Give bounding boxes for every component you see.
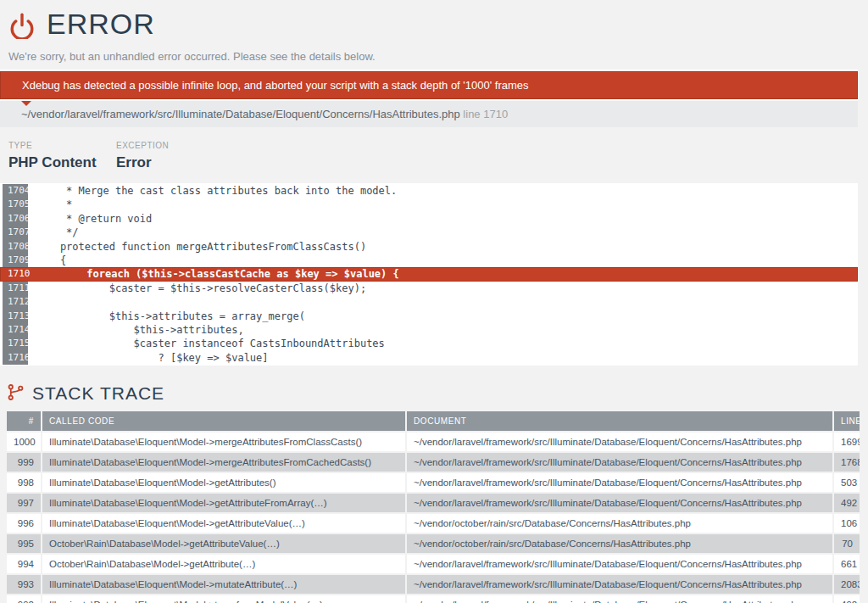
- frame-number: 998: [7, 473, 41, 492]
- document-cell: ~/vendor/laravel/framework/src/Illuminat…: [407, 473, 832, 492]
- code-line: 1709 {: [0, 254, 858, 267]
- line-number: 1710: [3, 267, 31, 281]
- page-title: ERROR: [47, 8, 155, 41]
- code-line: 1713 $this->attributes = array_merge(: [0, 310, 858, 323]
- document-cell: ~/vendor/laravel/framework/src/Illuminat…: [407, 433, 832, 451]
- document-cell: ~/vendor/october/rain/src/Database/Conce…: [407, 534, 832, 553]
- stack-row: 994October\Rain\Database\Model->getAttri…: [7, 555, 860, 573]
- stack-row: 993Illuminate\Database\Eloquent\Model->m…: [7, 575, 860, 594]
- line-number-cell: 1768: [834, 453, 860, 472]
- frame-number: 993: [7, 575, 41, 594]
- code-text: $caster instanceof CastsInboundAttribute…: [28, 337, 385, 350]
- file-path: ~/vendor/laravel/framework/src/Illuminat…: [21, 108, 460, 120]
- code-text: {: [28, 254, 66, 267]
- code-text: $this->attributes,: [28, 323, 244, 337]
- called-code-cell: Illuminate\Database\Eloquent\Model->getA…: [42, 494, 405, 512]
- line-number: 1706: [3, 212, 28, 226]
- stack-table-body: 1000Illuminate\Database\Eloquent\Model->…: [7, 433, 860, 603]
- code-block: 1704 * Merge the cast class attributes b…: [0, 183, 858, 366]
- document-cell: ~/vendor/laravel/framework/src/Illuminat…: [407, 595, 832, 603]
- column-header-frame: #: [7, 411, 41, 431]
- frame-number: 999: [7, 453, 41, 472]
- line-number: 1711: [3, 282, 28, 295]
- page-header: ERROR: [0, 0, 868, 41]
- called-code-cell: October\Rain\Database\Model->getAttribut…: [42, 534, 405, 553]
- document-cell: ~/vendor/laravel/framework/src/Illuminat…: [407, 555, 832, 573]
- code-text: * Merge the cast class attributes back i…: [28, 184, 397, 198]
- column-header-document: DOCUMENT: [407, 411, 832, 431]
- power-icon: [8, 10, 36, 39]
- stack-row: 1000Illuminate\Database\Eloquent\Model->…: [7, 433, 860, 451]
- code-line: 1711 $caster = $this->resolveCasterClass…: [0, 282, 858, 295]
- fork-icon: [7, 383, 25, 405]
- caret-down-icon: [21, 101, 31, 106]
- called-code-cell: Illuminate\Database\Eloquent\Model->getA…: [42, 514, 405, 533]
- code-line: 1705 *: [0, 198, 858, 211]
- page-subtitle: We're sorry, but an unhandled error occu…: [8, 50, 868, 63]
- code-line: 1716 ? [$key => $value]: [0, 351, 858, 365]
- line-number: 1716: [3, 351, 28, 365]
- column-header-called-code: CALLED CODE: [42, 411, 405, 431]
- called-code-cell: Illuminate\Database\Eloquent\Model->merg…: [42, 453, 405, 472]
- line-number: 1714: [3, 323, 28, 337]
- document-cell: ~/vendor/laravel/framework/src/Illuminat…: [407, 494, 832, 512]
- code-text: * @return void: [28, 212, 152, 226]
- stack-trace-table: # CALLED CODE DOCUMENT LINE 1000Illumina…: [5, 410, 861, 603]
- exception-label: EXCEPTION: [116, 141, 224, 150]
- code-text: protected function mergeAttributesFromCl…: [28, 240, 366, 254]
- stack-row: 995October\Rain\Database\Model->getAttri…: [7, 534, 860, 553]
- code-line: 1706 * @return void: [0, 212, 858, 226]
- code-text: *: [28, 198, 72, 211]
- code-text: $this->attributes = array_merge(: [28, 310, 305, 323]
- line-number-cell: 70: [834, 534, 860, 553]
- called-code-cell: Illuminate\Database\Eloquent\Model->muta…: [42, 575, 405, 594]
- stack-trace-title: STACK TRACE: [32, 383, 164, 404]
- line-number: 1705: [3, 198, 28, 211]
- code-line-highlighted: 1710 foreach ($this->classCastCache as $…: [0, 267, 858, 281]
- code-text: $caster = $this->resolveCasterClass($key…: [28, 282, 366, 295]
- called-code-cell: Illuminate\Database\Eloquent\Model->getA…: [42, 473, 405, 492]
- document-cell: ~/vendor/laravel/framework/src/Illuminat…: [407, 575, 832, 594]
- line-number: 1709: [3, 254, 28, 267]
- line-number: 1704: [3, 184, 28, 198]
- line-number-cell: 492: [834, 494, 860, 512]
- line-number: 1708: [3, 240, 28, 254]
- code-line: 1708 protected function mergeAttributesF…: [0, 240, 858, 254]
- code-line: 1715 $caster instanceof CastsInboundAttr…: [0, 337, 858, 350]
- code-text: ? [$key => $value]: [28, 351, 269, 365]
- line-number-cell: 492: [834, 595, 860, 603]
- code-text: [28, 295, 36, 309]
- frame-number: 995: [7, 534, 41, 553]
- type-value: PHP Content: [8, 154, 116, 171]
- file-path-bar: ~/vendor/laravel/framework/src/Illuminat…: [0, 101, 858, 127]
- called-code-cell: Illuminate\Database\Eloquent\Model->merg…: [42, 433, 405, 451]
- line-reference: line 1710: [463, 108, 508, 120]
- called-code-cell: Illuminate\Database\Eloquent\Model->tran…: [42, 595, 405, 603]
- stack-trace-header: STACK TRACE: [7, 383, 868, 404]
- column-header-line: LINE: [834, 411, 860, 431]
- code-line: 1714 $this->attributes,: [0, 323, 858, 337]
- document-cell: ~/vendor/october/rain/src/Database/Conce…: [407, 514, 832, 533]
- error-banner: Xdebug has detected a possible infinite …: [0, 71, 858, 99]
- line-number-cell: 2083: [834, 575, 860, 594]
- stack-row: 992Illuminate\Database\Eloquent\Model->t…: [7, 595, 860, 603]
- line-number: 1712: [3, 295, 28, 309]
- line-number-cell: 1699: [834, 433, 860, 451]
- frame-number: 1000: [7, 433, 41, 451]
- meta-section: TYPE PHP Content EXCEPTION Error: [8, 141, 868, 171]
- code-line: 1704 * Merge the cast class attributes b…: [0, 184, 858, 198]
- code-text: */: [28, 226, 79, 239]
- frame-number: 994: [7, 555, 41, 573]
- stack-row: 999Illuminate\Database\Eloquent\Model->m…: [7, 453, 860, 472]
- stack-row: 998Illuminate\Database\Eloquent\Model->g…: [7, 473, 860, 492]
- line-number-cell: 661: [834, 555, 860, 573]
- frame-number: 992: [7, 595, 41, 603]
- code-line: 1707 */: [0, 226, 858, 239]
- called-code-cell: October\Rain\Database\Model->getAttribut…: [42, 555, 405, 573]
- code-text: foreach ($this->classCastCache as $key =…: [31, 267, 399, 281]
- stack-row: 997Illuminate\Database\Eloquent\Model->g…: [7, 494, 860, 512]
- line-number-cell: 106: [834, 514, 860, 533]
- frame-number: 996: [7, 514, 41, 533]
- stack-table-header-row: # CALLED CODE DOCUMENT LINE: [7, 411, 860, 431]
- document-cell: ~/vendor/laravel/framework/src/Illuminat…: [407, 453, 832, 472]
